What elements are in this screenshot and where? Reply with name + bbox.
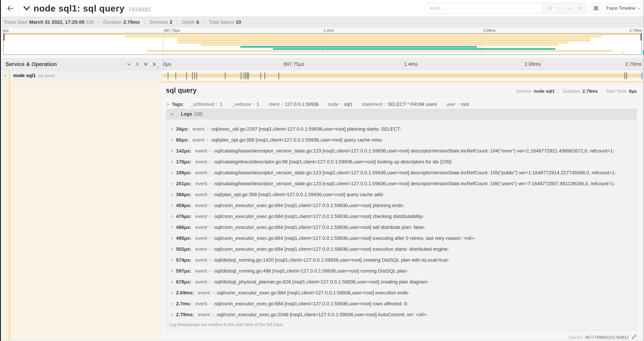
log-marker[interactable] bbox=[248, 72, 249, 79]
find-next-icon[interactable] bbox=[564, 4, 574, 13]
duration-value: 2.79ms bbox=[124, 20, 140, 25]
log-equals: = bbox=[208, 235, 212, 241]
span-row-name-cell[interactable]: node sql1 sql query bbox=[2, 70, 162, 81]
log-row-chevron-icon bbox=[170, 149, 174, 153]
log-field-value: sql/conn_executor_exec.go:684 [nsql1,cli… bbox=[215, 246, 448, 252]
back-button[interactable] bbox=[2, 0, 19, 17]
minimap-left-scrubber[interactable] bbox=[3, 34, 4, 41]
minimap-tick-label: 0μs bbox=[2, 28, 9, 33]
chevron-down-icon bbox=[637, 7, 641, 10]
log-marker[interactable] bbox=[176, 72, 176, 79]
log-timestamp: 366μs: bbox=[176, 192, 192, 197]
span-duration-bar[interactable] bbox=[162, 74, 642, 78]
find-clear-icon[interactable] bbox=[574, 4, 584, 13]
log-marker[interactable] bbox=[260, 72, 261, 79]
log-open-quote: ‹ bbox=[210, 137, 212, 143]
log-row[interactable]: 502μs:event=‹sql/conn_executor_exec.go:6… bbox=[166, 244, 636, 254]
logs-chevron-icon bbox=[170, 112, 174, 116]
log-marker[interactable] bbox=[241, 72, 241, 79]
log-close-quote: › bbox=[614, 181, 615, 186]
separator: | bbox=[176, 20, 178, 25]
log-row[interactable]: 2.79ms:event=‹sql/conn_executor_exec.go:… bbox=[166, 309, 636, 320]
log-marker[interactable] bbox=[278, 72, 279, 79]
log-row[interactable]: 2.7ms:event=‹sql/conn_executor_exec.go:6… bbox=[166, 298, 636, 309]
log-marker[interactable] bbox=[196, 72, 197, 79]
collapse-title-chevron-icon[interactable] bbox=[23, 6, 30, 11]
find-scope-icon[interactable] bbox=[545, 4, 554, 13]
log-row[interactable]: 574μs:event=‹sql/distsql_running.go:1420… bbox=[166, 254, 636, 265]
column-resize-grip[interactable] bbox=[158, 66, 161, 69]
logs-header[interactable]: Logs (18) bbox=[166, 109, 636, 119]
log-marker[interactable] bbox=[247, 72, 248, 79]
span-children-chevron-icon[interactable] bbox=[4, 74, 6, 77]
log-marker[interactable] bbox=[264, 72, 265, 79]
tag-item: user=root bbox=[446, 102, 469, 107]
log-row[interactable]: 366μs:event=‹sql/plan_opt.go:358 [nsql1,… bbox=[166, 189, 636, 200]
trace-view-dropdown[interactable]: Trace Timeline bbox=[605, 3, 642, 14]
tag-separator bbox=[357, 102, 357, 107]
log-row[interactable]: 201μs:event=‹sql/catalog/lease/descripto… bbox=[166, 178, 636, 189]
expand-one-icon[interactable] bbox=[135, 62, 140, 67]
log-close-quote: › bbox=[382, 192, 384, 197]
minimap-right-scrubber[interactable] bbox=[640, 34, 642, 41]
log-row[interactable]: 34μs:event=‹sql/exec_util.go:2297 [nsql1… bbox=[166, 124, 636, 134]
log-row[interactable]: 597μs:event=‹sql/distsql_running.go:498 … bbox=[166, 265, 636, 276]
log-marker[interactable] bbox=[624, 72, 625, 79]
log-marker[interactable] bbox=[244, 72, 244, 79]
log-field-value: sql/conn_executor_exec.go:684 [nsql1,cli… bbox=[215, 301, 407, 306]
log-row-chevron-icon bbox=[170, 313, 174, 316]
log-marker[interactable] bbox=[192, 72, 193, 79]
logs-note: Log timestamps are relative to the start… bbox=[166, 320, 636, 330]
log-row[interactable]: 2.69ms:event=‹sql/conn_executor_exec.go:… bbox=[166, 287, 636, 298]
log-row[interactable]: 176μs:event=‹sql/catalog/descs/descripto… bbox=[166, 156, 636, 167]
log-row[interactable]: 495μs:event=‹sql/conn_executor_exec.go:6… bbox=[166, 233, 636, 244]
minimap-canvas[interactable] bbox=[3, 33, 642, 55]
tag-equals: = bbox=[340, 102, 342, 107]
log-marker[interactable] bbox=[246, 72, 246, 79]
link-icon[interactable] bbox=[632, 334, 637, 340]
separator: | bbox=[203, 20, 204, 25]
log-field-key: event bbox=[195, 225, 207, 230]
log-equals: = bbox=[206, 126, 209, 132]
log-close-quote: › bbox=[406, 268, 408, 274]
find-input[interactable] bbox=[426, 3, 542, 13]
log-row[interactable]: 486μs:event=‹sql/conn_executor_exec.go:6… bbox=[166, 222, 636, 233]
log-equals: = bbox=[208, 214, 212, 219]
log-row[interactable]: 142μs:event=‹sql/catalog/lease/descripto… bbox=[166, 145, 636, 156]
log-marker[interactable] bbox=[642, 72, 642, 79]
keyboard-shortcuts-button[interactable]: ⌘ bbox=[591, 3, 601, 14]
span-row[interactable]: node sql1 sql query bbox=[2, 70, 643, 81]
log-marker[interactable] bbox=[626, 72, 627, 79]
log-field-value: sql/conn_executor_exec.go:684 [nsql1,cli… bbox=[215, 214, 422, 219]
log-open-quote: ‹ bbox=[213, 257, 215, 263]
log-open-quote: ‹ bbox=[213, 225, 215, 230]
log-row[interactable]: 476μs:event=‹sql/conn_executor_exec.go:6… bbox=[166, 211, 636, 222]
log-marker[interactable] bbox=[168, 72, 168, 79]
log-open-quote: ‹ bbox=[213, 235, 215, 241]
tag-key: statement bbox=[362, 102, 382, 107]
log-marker[interactable] bbox=[225, 72, 226, 79]
log-marker[interactable] bbox=[194, 72, 195, 79]
minimap-span-bar bbox=[178, 40, 590, 42]
log-close-quote: › bbox=[451, 159, 452, 165]
log-row[interactable]: 678μs:event=‹sql/distsql_physical_planne… bbox=[166, 276, 636, 287]
tag-separator bbox=[442, 102, 442, 107]
span-row-timeline-cell[interactable] bbox=[162, 70, 643, 81]
log-row-chevron-icon bbox=[170, 269, 174, 273]
collapse-one-icon[interactable] bbox=[127, 62, 131, 67]
log-equals: = bbox=[208, 301, 212, 306]
log-marker[interactable] bbox=[186, 72, 187, 79]
command-icon: ⌘ bbox=[593, 5, 599, 12]
span-operation-name[interactable]: sql query bbox=[38, 73, 55, 78]
tags-row[interactable]: Tags: _unfinished=1_verbose=1client=127.… bbox=[166, 102, 637, 107]
expand-all-icon[interactable] bbox=[152, 62, 157, 67]
log-row[interactable]: 80μs:event=‹sql/plan_opt.go:358 [nsql1,c… bbox=[166, 134, 636, 145]
log-row-chevron-icon bbox=[170, 236, 174, 240]
log-row[interactable]: 459μs:event=‹sql/conn_executor_exec.go:6… bbox=[166, 200, 636, 211]
collapse-all-icon[interactable] bbox=[143, 62, 148, 67]
log-row[interactable]: 189μs:event=‹sql/catalog/lease/descripto… bbox=[166, 167, 636, 178]
span-service-name[interactable]: node sql1 bbox=[13, 73, 36, 78]
timeline-header: Service & Operation 0μs697.75μs1.4ms2.09… bbox=[2, 58, 643, 70]
find-prev-icon[interactable] bbox=[554, 4, 564, 13]
log-timestamp: 678μs: bbox=[176, 279, 192, 285]
